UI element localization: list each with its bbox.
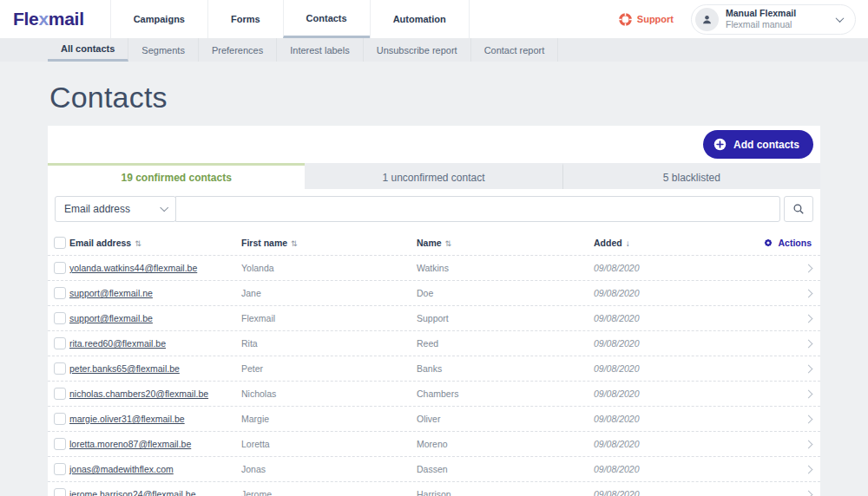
row-checkbox[interactable] [54,438,66,450]
contact-added-date: 09/08/2020 [594,288,794,298]
sort-desc-icon[interactable]: ↓ [626,238,630,248]
subnav-item-all-contacts[interactable]: All contacts [48,38,128,62]
actions-menu-button[interactable]: Actions [763,238,812,248]
contact-email-link[interactable]: peter.banks65@flexmail.be [69,363,180,374]
contact-added-date: 09/08/2020 [594,313,794,323]
actions-label: Actions [778,238,812,248]
table-row[interactable]: nicholas.chambers20@flexmail.be Nicholas… [48,382,820,407]
table-row[interactable]: peter.banks65@flexmail.be Peter Banks 09… [48,356,820,382]
contact-email-link[interactable]: support@flexmail.be [69,313,153,323]
table-row[interactable]: support@flexmail.be Flexmail Support 09/… [48,306,820,331]
contact-first-name: Nicholas [241,388,417,399]
status-tabs: 19 confirmed contacts 1 unconfirmed cont… [48,163,820,189]
subnav-item-segments[interactable]: Segments [128,38,199,62]
contact-email-link[interactable]: jonas@madewithflex.com [69,464,174,474]
contact-added-date: 09/08/2020 [594,338,794,349]
support-label: Support [637,14,674,24]
contact-email-link[interactable]: rita.reed60@flexmail.be [69,338,166,349]
search-icon [792,203,805,215]
contact-added-date: 09/08/2020 [594,489,794,496]
nav-item-campaigns[interactable]: Campaigns [110,0,207,38]
row-checkbox[interactable] [54,488,66,496]
tab-unconfirmed-contacts[interactable]: 1 unconfirmed contact [305,163,562,189]
account-text: Manual Flexmail Flexmail manual [726,8,796,30]
row-checkbox[interactable] [54,463,66,475]
contact-last-name: Reed [417,338,594,349]
support-link[interactable]: Support [619,13,674,26]
chevron-right-icon[interactable] [805,414,813,423]
logo-text-mail: mail [49,9,84,29]
subnav-item-interest-labels[interactable]: Interest labels [277,38,363,62]
add-contacts-button[interactable]: Add contacts [703,130,813,159]
sort-icon[interactable]: ⇅ [291,239,298,248]
contact-email-link[interactable]: margie.oliver31@flexmail.be [69,414,185,424]
nav-item-forms[interactable]: Forms [207,0,283,38]
chevron-right-icon[interactable] [805,289,813,297]
chevron-right-icon[interactable] [805,339,813,348]
chevron-right-icon[interactable] [805,465,813,473]
column-header-email[interactable]: Email address⇅ [69,238,241,248]
chevron-right-icon[interactable] [805,364,813,373]
table-row[interactable]: yolanda.watkins44@flexmail.be Yolanda Wa… [48,256,820,281]
column-header-added[interactable]: Added↓ [594,238,763,248]
nav-item-automation[interactable]: Automation [370,0,470,38]
row-checkbox[interactable] [54,337,66,349]
subnav-item-preferences[interactable]: Preferences [199,38,277,62]
table-row[interactable]: support@flexmail.ne Jane Doe 09/08/2020 [48,281,820,306]
row-checkbox[interactable] [54,262,66,274]
search-button[interactable] [784,196,813,222]
row-checkbox[interactable] [54,362,66,375]
column-header-name[interactable]: Name⇅ [417,238,594,248]
column-label: Email address [69,238,131,248]
contact-added-date: 09/08/2020 [594,414,794,424]
tab-confirmed-contacts[interactable]: 19 confirmed contacts [48,163,305,189]
contact-last-name: Moreno [417,439,594,449]
subnav-item-unsubscribe-report[interactable]: Unsubscribe report [364,38,471,62]
chevron-down-icon [160,203,168,212]
sort-icon[interactable]: ⇅ [445,239,452,248]
contact-email-link[interactable]: yolanda.watkins44@flexmail.be [69,263,197,273]
table-row[interactable]: loretta.moreno87@flexmail.be Loretta Mor… [48,432,820,457]
row-checkbox[interactable] [54,287,66,299]
table-row[interactable]: margie.oliver31@flexmail.be Margie Olive… [48,407,820,432]
contact-last-name: Doe [417,288,594,298]
contact-email-link[interactable]: support@flexmail.ne [69,288,153,298]
table-row[interactable]: rita.reed60@flexmail.be Rita Reed 09/08/… [48,331,820,356]
select-all-checkbox[interactable] [54,237,66,249]
top-nav-right: Support Manual Flexmail Flexmail manual [619,0,868,38]
table-row[interactable]: jerome.harrison24@flexmail.be Jerome Har… [48,482,820,496]
contact-first-name: Yolanda [241,263,417,273]
search-input[interactable] [175,196,780,222]
chevron-right-icon[interactable] [805,389,813,398]
tab-blacklisted-contacts[interactable]: 5 blacklisted [562,163,820,189]
contact-last-name: Oliver [417,414,594,424]
search-field-selector[interactable]: Email address [55,196,176,222]
subnav-item-contact-report[interactable]: Contact report [471,38,559,62]
chevron-right-icon[interactable] [805,314,813,323]
flexmail-logo[interactable]: Flexmail [0,0,110,38]
contact-last-name: Chambers [417,388,594,399]
contact-first-name: Loretta [241,439,417,449]
chevron-right-icon[interactable] [805,490,813,496]
primary-nav: Campaigns Forms Contacts Automation [110,0,470,38]
contact-email-link[interactable]: nicholas.chambers20@flexmail.be [69,388,208,399]
chevron-right-icon[interactable] [805,264,813,272]
account-subtitle: Flexmail manual [726,19,796,30]
contact-last-name: Dassen [417,464,594,474]
contact-first-name: Margie [241,414,417,424]
row-checkbox[interactable] [54,413,66,425]
search-bar: Email address [48,189,820,231]
column-header-first-name[interactable]: First name⇅ [241,238,417,248]
contact-first-name: Jonas [241,464,417,474]
plus-circle-icon [713,138,727,151]
contact-email-link[interactable]: jerome.harrison24@flexmail.be [69,489,195,496]
contact-email-link[interactable]: loretta.moreno87@flexmail.be [69,439,191,449]
account-menu[interactable]: Manual Flexmail Flexmail manual [691,4,856,35]
nav-item-contacts[interactable]: Contacts [283,0,370,38]
chevron-right-icon[interactable] [805,440,813,448]
sort-icon[interactable]: ⇅ [135,239,141,248]
row-checkbox[interactable] [54,312,66,324]
table-row[interactable]: jonas@madewithflex.com Jonas Dassen 09/0… [48,457,820,482]
contact-first-name: Jerome [241,489,417,496]
row-checkbox[interactable] [54,388,66,400]
